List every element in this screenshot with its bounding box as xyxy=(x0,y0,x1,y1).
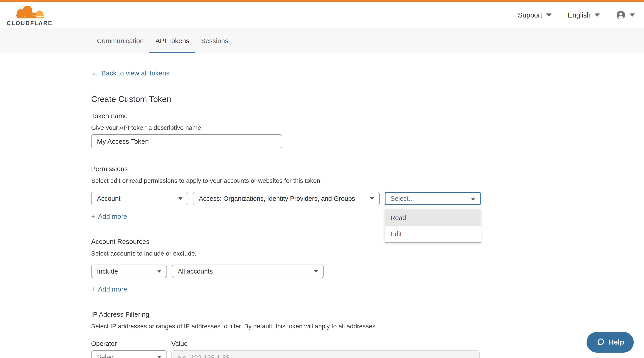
add-more-label: Add more xyxy=(98,212,127,220)
language-menu[interactable]: English xyxy=(568,11,600,19)
chat-bubble-icon xyxy=(596,338,605,347)
user-avatar-icon xyxy=(616,10,626,20)
tab-api-tokens[interactable]: API Tokens xyxy=(150,28,195,53)
ip-filtering-description: Select IP addresses or ranges of IP addr… xyxy=(91,322,644,330)
caret-down-icon xyxy=(546,14,552,17)
ip-filtering-controls: Select... xyxy=(91,350,644,358)
caret-down-icon xyxy=(157,356,162,358)
ip-filtering-heading: IP Address Filtering xyxy=(91,310,644,318)
permissions-heading: Permissions xyxy=(91,165,644,172)
page-title: Create Custom Token xyxy=(91,94,644,104)
tab-bar: Communication API Tokens Sessions xyxy=(0,28,644,53)
permission-scope-value: Account xyxy=(97,195,120,202)
permission-scope-select[interactable]: Account xyxy=(91,192,188,205)
brand-accent-bar xyxy=(0,0,644,2)
language-label: English xyxy=(568,11,590,19)
permission-level-value: Select... xyxy=(390,195,414,202)
value-label: Value xyxy=(172,340,188,347)
accounts-value: All accounts xyxy=(178,268,213,275)
menu-option-edit[interactable]: Edit xyxy=(385,226,481,242)
ip-value-input[interactable] xyxy=(172,350,480,358)
permissions-row: Account Access: Organizations, Identity … xyxy=(91,192,644,205)
account-resources-description: Select accounts to include or exclude. xyxy=(91,250,644,257)
account-resources-heading: Account Resources xyxy=(91,238,644,245)
caret-down-icon xyxy=(157,270,162,273)
caret-down-icon xyxy=(471,198,475,200)
operator-select[interactable]: Select... xyxy=(91,350,167,358)
include-value: Include xyxy=(97,268,118,275)
permission-group-value: Access: Organizations, Identity Provider… xyxy=(199,195,355,202)
caret-down-icon xyxy=(178,197,183,200)
tab-sessions[interactable]: Sessions xyxy=(195,28,234,53)
support-menu[interactable]: Support xyxy=(518,11,552,19)
tab-communication[interactable]: Communication xyxy=(91,28,150,53)
caret-down-icon xyxy=(370,197,374,200)
caret-down-icon xyxy=(630,14,635,17)
token-name-input[interactable] xyxy=(91,134,282,148)
main-content: ← Back to view all tokens Create Custom … xyxy=(0,69,644,358)
permission-level-menu: Read Edit xyxy=(384,209,481,243)
help-button[interactable]: Help xyxy=(586,332,634,352)
header-nav: Support English xyxy=(518,2,635,28)
plus-icon: + xyxy=(91,285,95,293)
cloudflare-logo-text: CLOUDFLARE xyxy=(7,20,52,27)
header: CLOUDFLARE Support English xyxy=(0,2,644,28)
caret-down-icon xyxy=(314,270,318,273)
cloudflare-logo[interactable]: CLOUDFLARE xyxy=(7,5,52,27)
permissions-description: Select edit or read permissions to apply… xyxy=(91,177,644,184)
back-link[interactable]: ← Back to view all tokens xyxy=(91,69,170,77)
caret-down-icon xyxy=(595,14,600,17)
accounts-select[interactable]: All accounts xyxy=(172,265,324,278)
operator-value: Select... xyxy=(97,353,120,358)
account-resources-add-more-link[interactable]: + Add more xyxy=(91,285,127,293)
token-name-label: Token name xyxy=(91,112,644,120)
help-label: Help xyxy=(608,338,624,346)
cloudflare-cloud-icon xyxy=(7,5,52,20)
add-more-label: Add more xyxy=(98,285,127,293)
arrow-left-icon: ← xyxy=(91,69,98,77)
menu-option-read[interactable]: Read xyxy=(385,209,481,226)
account-menu[interactable] xyxy=(616,10,635,20)
permission-level-select[interactable]: Select... Read Edit xyxy=(384,192,481,205)
ip-filtering-labels: Operator Value xyxy=(91,340,644,347)
page-root: CLOUDFLARE Support English Communicat xyxy=(0,0,644,358)
support-label: Support xyxy=(518,11,542,19)
back-link-label: Back to view all tokens xyxy=(102,69,170,77)
operator-label: Operator xyxy=(91,340,172,347)
account-resources-row: Include All accounts xyxy=(91,265,644,278)
include-select[interactable]: Include xyxy=(91,265,167,278)
permissions-add-more-link[interactable]: + Add more xyxy=(91,212,127,220)
token-name-description: Give your API token a descriptive name. xyxy=(91,124,644,131)
permission-group-select[interactable]: Access: Organizations, Identity Provider… xyxy=(193,192,380,205)
plus-icon: + xyxy=(91,212,95,220)
